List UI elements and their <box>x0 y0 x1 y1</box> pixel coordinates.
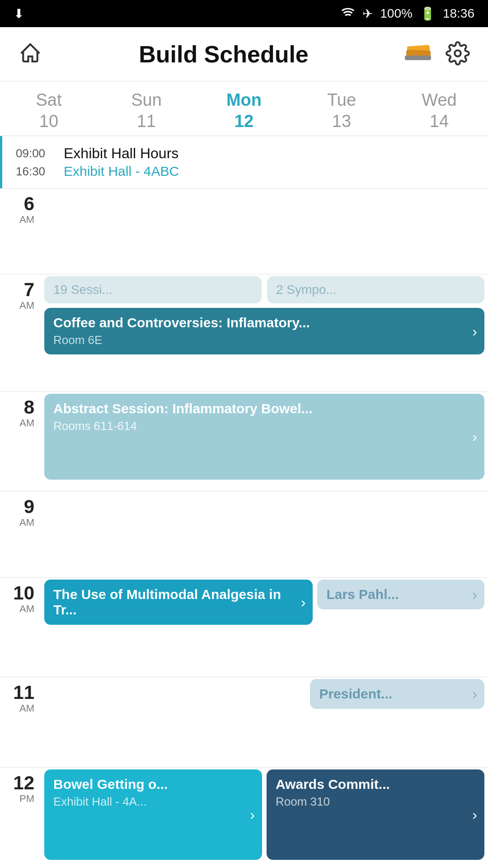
coffee-event-location: Room 6E <box>53 333 475 347</box>
time-label-8am: 8 AM <box>0 392 41 428</box>
events-6am <box>41 189 488 261</box>
time-row-7am: 7 AM 19 Sessi... 2 Sympo... Coffee and C… <box>0 274 488 392</box>
day-num-wed: 14 <box>430 112 449 131</box>
events-9am <box>41 491 488 577</box>
exhibit-start-time: 09:00 <box>16 146 56 160</box>
exhibit-hall-banner[interactable]: 09:00 Exhibit Hall Hours 16:30 Exhibit H… <box>0 136 488 189</box>
events-8am: Abstract Session: Inflammatory Bowel... … <box>41 392 488 485</box>
events-11am: President... › <box>41 677 488 763</box>
app-header: Build Schedule <box>0 27 488 81</box>
hour-11: 11 <box>13 682 34 703</box>
events-7am: 19 Sessi... 2 Sympo... Coffee and Contro… <box>41 274 488 360</box>
wifi-icon <box>341 6 355 22</box>
awards-event-location: Room 310 <box>276 795 475 809</box>
event-bowel-getting[interactable]: Bowel Getting o... Exhibit Hall - 4A... … <box>44 769 262 860</box>
exhibit-start-row: 09:00 Exhibit Hall Hours <box>16 145 474 162</box>
day-num-tue: 13 <box>332 112 351 131</box>
ampm-8: AM <box>19 418 34 428</box>
day-tue[interactable]: Tue 13 <box>301 90 382 131</box>
awards-event-title: Awards Commit... <box>276 777 475 792</box>
hour-7: 7 <box>24 279 34 301</box>
ghost-card-sympo[interactable]: 2 Sympo... <box>267 276 484 303</box>
time-display: 18:36 <box>443 6 474 21</box>
bowel-event-title: Bowel Getting o... <box>53 777 253 792</box>
status-right: ✈ 100% 🔋 18:36 <box>341 6 474 22</box>
day-name-mon: Mon <box>226 90 262 110</box>
event-coffee-controversies[interactable]: Coffee and Controversies: Inflamatory...… <box>44 308 484 354</box>
ampm-11: AM <box>19 703 34 713</box>
time-label-12pm: 12 PM <box>0 768 41 804</box>
day-navigation: Sat 10 Sun 11 Mon 12 Tue 13 Wed 14 <box>0 81 488 136</box>
day-num-sat: 10 <box>39 112 58 131</box>
page-title: Build Schedule <box>139 41 309 68</box>
svg-point-0 <box>455 50 461 57</box>
ghost-cards-7am: 19 Sessi... 2 Sympo... <box>44 276 484 303</box>
time-row-8am: 8 AM Abstract Session: Inflammatory Bowe… <box>0 392 488 491</box>
hour-12: 12 <box>13 772 34 794</box>
day-num-mon: 12 <box>235 112 253 131</box>
events-10am: The Use of Multimodal Analgesia in Tr...… <box>41 578 488 664</box>
time-row-12pm: 12 PM Bowel Getting o... Exhibit Hall - … <box>0 768 488 868</box>
bowel-chevron-icon: › <box>250 807 255 823</box>
exhibit-end-time: 16:30 <box>16 165 56 179</box>
event-awards-committee[interactable]: Awards Commit... Room 310 › <box>267 769 484 860</box>
settings-button[interactable] <box>446 41 470 67</box>
event-multimodal[interactable]: The Use of Multimodal Analgesia in Tr...… <box>44 580 313 625</box>
event-president[interactable]: President... › <box>310 679 484 709</box>
president-chevron-icon: › <box>472 686 477 703</box>
coffee-event-title: Coffee and Controversies: Inflamatory... <box>53 315 475 330</box>
split-events-12pm: Bowel Getting o... Exhibit Hall - 4A... … <box>44 769 484 863</box>
day-num-sun: 11 <box>137 112 156 131</box>
time-label-7am: 7 AM <box>0 274 41 311</box>
hour-10: 10 <box>13 582 34 604</box>
lars-pahl-title: Lars Pahl... <box>326 587 475 602</box>
day-name-tue: Tue <box>327 90 356 110</box>
exhibit-end-row: 16:30 Exhibit Hall - 4ABC <box>16 164 474 179</box>
status-left: ⬇ <box>14 6 24 21</box>
time-row-9am: 9 AM <box>0 491 488 578</box>
time-label-6am: 6 AM <box>0 189 41 225</box>
battery-icon: 🔋 <box>420 6 436 21</box>
ampm-9: AM <box>19 518 34 528</box>
ampm-10: AM <box>19 604 34 614</box>
calendar-body: 6 AM 7 AM 19 Sessi... 2 Sympo... Coffee … <box>0 189 488 868</box>
day-mon[interactable]: Mon 12 <box>203 90 285 131</box>
awards-chevron-icon: › <box>472 807 477 823</box>
day-name-wed: Wed <box>422 90 456 110</box>
time-label-11am: 11 AM <box>0 677 41 713</box>
day-wed[interactable]: Wed 14 <box>399 90 480 131</box>
ghost-card-sessions[interactable]: 19 Sessi... <box>44 276 262 303</box>
day-sun[interactable]: Sun 11 <box>106 90 187 131</box>
download-icon: ⬇ <box>14 6 24 21</box>
hour-8: 8 <box>24 396 34 418</box>
time-row-6am: 6 AM <box>0 189 488 274</box>
ghost-sessions-label: 19 Sessi... <box>53 283 113 297</box>
ampm-7: AM <box>19 301 34 311</box>
president-title: President... <box>319 686 475 702</box>
abstract-event-location: Rooms 611-614 <box>53 419 475 433</box>
status-bar: ⬇ ✈ 100% 🔋 18:36 <box>0 0 488 27</box>
exhibit-title: Exhibit Hall Hours <box>64 145 178 162</box>
exhibit-location: Exhibit Hall - 4ABC <box>64 164 179 179</box>
multimodal-chevron-icon: › <box>301 594 306 611</box>
day-name-sun: Sun <box>131 90 162 110</box>
ghost-sympo-label: 2 Sympo... <box>276 283 337 297</box>
home-button[interactable] <box>18 41 42 67</box>
ampm-6: AM <box>19 215 34 225</box>
day-sat[interactable]: Sat 10 <box>8 90 89 131</box>
event-lars-pahl[interactable]: Lars Pahl... › <box>317 580 484 609</box>
lars-chevron-icon: › <box>472 586 477 603</box>
multimodal-event-title: The Use of Multimodal Analgesia in Tr... <box>53 587 304 618</box>
layers-logo <box>405 46 432 63</box>
time-row-10am: 10 AM The Use of Multimodal Analgesia in… <box>0 578 488 677</box>
hour-9: 9 <box>24 496 34 518</box>
time-row-11am: 11 AM President... › <box>0 677 488 768</box>
abstract-event-title: Abstract Session: Inflammatory Bowel... <box>53 401 475 416</box>
battery-label: 100% <box>380 6 413 21</box>
bowel-event-location: Exhibit Hall - 4A... <box>53 795 253 809</box>
day-name-sat: Sat <box>36 90 61 110</box>
events-12pm: Bowel Getting o... Exhibit Hall - 4A... … <box>41 768 488 865</box>
hour-6: 6 <box>24 193 34 215</box>
event-abstract-inflammatory[interactable]: Abstract Session: Inflammatory Bowel... … <box>44 394 484 480</box>
header-icons <box>405 41 470 67</box>
